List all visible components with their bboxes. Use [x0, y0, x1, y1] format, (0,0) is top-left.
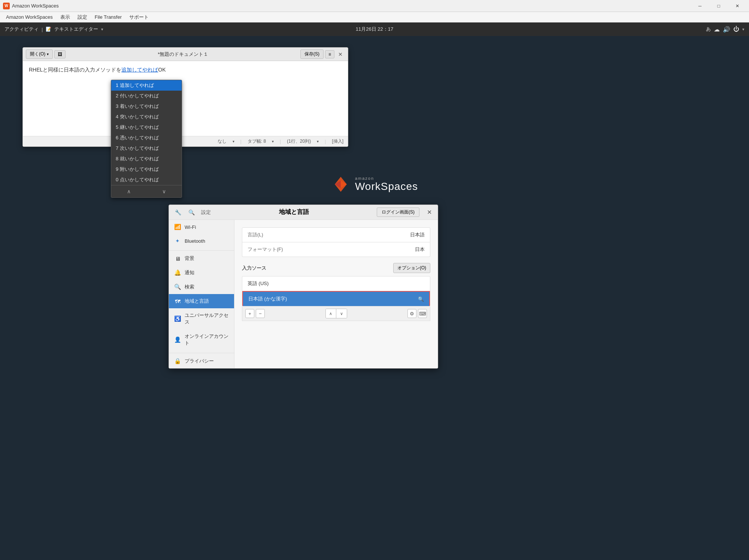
input-source-title: 入力ソース [242, 265, 266, 272]
save-button[interactable]: 保存(S) [300, 49, 324, 59]
sidebar-item-online-accounts[interactable]: 👤 オンラインアカウント [169, 329, 234, 350]
sidebar-label-accessibility: ユニバーサルアクセス [185, 312, 229, 326]
sidebar-label-privacy: プライバシー [185, 358, 214, 364]
autocomplete-down-button[interactable]: ∨ [146, 187, 182, 196]
remove-input-source-button[interactable]: − [256, 309, 265, 318]
activities-label[interactable]: アクティビティ [4, 26, 39, 33]
autocomplete-item-6[interactable]: 6 憑いかしてやれば [111, 133, 182, 143]
sidebar-label-bluetooth: Bluetooth [185, 238, 205, 244]
language-value: 日本語 [410, 231, 425, 238]
volume-icon[interactable]: 🔊 [723, 26, 730, 33]
menu-item-view[interactable]: 表示 [57, 12, 74, 22]
region-icon: 🗺 [174, 298, 181, 305]
input-settings-button[interactable]: ⚙ [407, 309, 416, 318]
status-tab[interactable]: タブ幅: 8 [248, 138, 266, 145]
move-down-button[interactable]: ∨ [336, 309, 347, 318]
network-icon[interactable]: ☁ [714, 26, 720, 33]
keyboard-layout-button[interactable]: ⌨ [418, 309, 427, 318]
autocomplete-item-4[interactable]: 4 突いかしてやれば [111, 112, 182, 122]
datetime-display: 11月26日 22：17 [356, 26, 393, 32]
autocomplete-item-7[interactable]: 7 次いかしてやれば [111, 143, 182, 154]
autocomplete-item-5[interactable]: 5 継いかしてやれば [111, 122, 182, 133]
language-row[interactable]: 言語(L) 日本語 [242, 227, 430, 242]
settings-search-button[interactable]: 🔍 [186, 207, 197, 218]
menu-item-filetransfer[interactable]: File Transfer [91, 13, 125, 21]
status-none[interactable]: なし [218, 138, 227, 145]
autocomplete-item-3[interactable]: 3 着いかしてやれば [111, 101, 182, 112]
login-screen-button[interactable]: ログイン画面(S) [377, 208, 419, 217]
topbar-left: アクティビティ | 📝 テキストエディター ▾ [4, 26, 251, 33]
sidebar-label-notifications: 通知 [185, 269, 194, 276]
format-label: フォーマット(F) [248, 246, 283, 253]
sidebar-label-background: 背景 [185, 255, 194, 262]
menu-item-settings[interactable]: 設定 [74, 12, 91, 22]
sidebar-label-search: 検索 [185, 284, 194, 290]
move-up-button[interactable]: ∧ [326, 309, 336, 318]
autocomplete-item-9[interactable]: 9 附いかしてやれば [111, 164, 182, 175]
settings-close-button[interactable]: ✕ [425, 208, 434, 217]
sidebar-item-background[interactable]: 🖥 背景 [169, 251, 234, 266]
sidebar-item-wifi[interactable]: 📶 Wi-Fi [169, 220, 234, 234]
sidebar-item-bluetooth[interactable]: ✦ Bluetooth [169, 234, 234, 248]
notifications-icon: 🔔 [174, 269, 181, 276]
sidebar-item-notifications[interactable]: 🔔 通知 [169, 266, 234, 280]
input-source-english[interactable]: 英語 (US) [242, 276, 430, 291]
settings-label: 設定 [201, 209, 211, 216]
menu-item-amazon[interactable]: Amazon WorkSpaces [2, 13, 57, 21]
editor-content[interactable]: RHELと同様に日本語の入力メソッドを追加してやればOK 1 追加してやれば 2… [23, 61, 348, 136]
brand-text: WorkSpaces [355, 181, 418, 193]
sidebar-divider-1 [169, 248, 234, 251]
accessibility-icon: ♿ [174, 315, 181, 322]
sidebar-item-privacy[interactable]: 🔒 プライバシー [169, 354, 234, 368]
editor-text-content: RHELと同様に日本語の入力メソッドを [29, 67, 121, 73]
settings-wrench-button[interactable]: 🔧 [173, 207, 183, 218]
close-button[interactable]: ✕ [729, 0, 746, 12]
editor-menu-button[interactable]: ≡ [325, 50, 334, 58]
autocomplete-item-1[interactable]: 1 追加してやれば [111, 80, 182, 91]
sidebar-item-region-language[interactable]: 🗺 地域と言語 [169, 294, 234, 308]
menu-item-support[interactable]: サポート [125, 12, 152, 22]
autocomplete-up-button[interactable]: ∧ [111, 187, 146, 196]
sidebar-label-wifi: Wi-Fi [185, 224, 196, 230]
status-insert: [挿入] [332, 138, 343, 145]
accounts-icon: 👤 [174, 336, 181, 343]
autocomplete-item-0[interactable]: 0 点いかしてやれば [111, 175, 182, 185]
options-button[interactable]: オプション(O) [393, 263, 430, 273]
sidebar-item-search[interactable]: 🔍 検索 [169, 280, 234, 294]
autocomplete-dropdown: 1 追加してやれば 2 付いかしてやれば 3 着いかしてやれば 4 突いかしてや… [111, 80, 182, 198]
settings-body: 📶 Wi-Fi ✦ Bluetooth 🖥 背景 🔔 通知 🔍 [169, 220, 438, 368]
settings-sidebar: 📶 Wi-Fi ✦ Bluetooth 🖥 背景 🔔 通知 🔍 [169, 220, 234, 368]
minimize-button[interactable]: ─ [691, 0, 709, 12]
format-value: 日本 [415, 246, 425, 253]
open-button[interactable]: 開く(O) ▾ [26, 49, 53, 59]
add-input-source-button[interactable]: + [245, 309, 254, 318]
privacy-icon: 🔒 [174, 358, 181, 364]
editor-close-button[interactable]: ✕ [336, 50, 345, 58]
maximize-button[interactable]: □ [710, 0, 727, 12]
autocomplete-item-8[interactable]: 8 就いかしてやれば [111, 154, 182, 164]
app-icon: W [3, 3, 10, 9]
power-icon[interactable]: ⏻ [733, 26, 739, 33]
app-title: Amazon WorkSpaces [12, 3, 691, 9]
sidebar-item-accessibility[interactable]: ♿ ユニバーサルアクセス [169, 308, 234, 329]
menubar: Amazon WorkSpaces 表示 設定 File Transfer サポ… [0, 12, 749, 22]
autocomplete-item-2[interactable]: 2 付いかしてやれば [111, 91, 182, 101]
editor-titlebar: 開く(O) ▾ 🖼 *無題のドキュメント１ 保存(S) ≡ ✕ [23, 48, 348, 61]
input-source-japanese[interactable]: 日本語 (かな漢字) 🔍 [242, 291, 430, 306]
background-icon: 🖥 [174, 255, 181, 262]
settings-top-toolbar: 🔧 🔍 設定 地域と言語 ログイン画面(S) ✕ [169, 205, 438, 220]
input-source-toolbar: + − ∧ ∨ ⚙ ⌨ [242, 306, 430, 321]
locale-badge[interactable]: あ [706, 26, 711, 33]
status-position-arrow: ▾ [317, 139, 319, 143]
workspaces-logo: amazon WorkSpaces [331, 175, 418, 194]
japanese-settings-icon: 🔍 [418, 296, 424, 302]
editor-label[interactable]: テキストエディター [54, 26, 98, 33]
format-row[interactable]: フォーマット(F) 日本 [242, 242, 430, 257]
editor-title-buttons: 保存(S) ≡ ✕ [300, 49, 345, 59]
sidebar-label-region: 地域と言語 [185, 298, 209, 305]
input-source-header: 入力ソース オプション(O) [242, 263, 430, 273]
topbar-center: 11月26日 22：17 [251, 26, 498, 33]
sidebar-divider-2 [169, 350, 234, 353]
image-button[interactable]: 🖼 [54, 50, 66, 58]
editor-underline-text: 追加してやれば [121, 67, 158, 73]
